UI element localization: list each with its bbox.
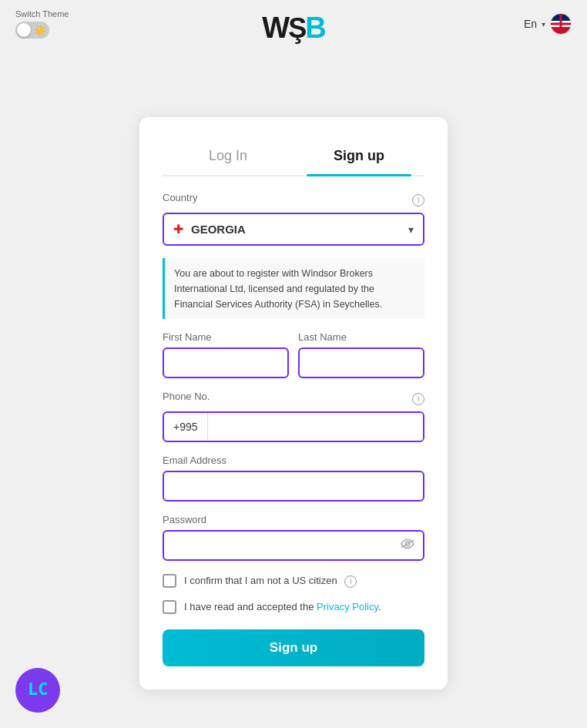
phone-input[interactable] [208, 413, 423, 441]
header: Switch Theme ☀️ WŞB En ▾ [0, 0, 587, 48]
svg-text:LC: LC [28, 679, 49, 699]
bottom-logo-text: LC [25, 675, 51, 706]
signup-button[interactable]: Sign up [163, 629, 424, 666]
password-input[interactable] [163, 530, 424, 561]
last-name-input[interactable] [298, 347, 424, 378]
privacy-policy-link[interactable]: Privacy Policy [317, 601, 378, 612]
phone-label: Phone No. [163, 391, 210, 402]
email-label: Email Address [163, 455, 424, 466]
phone-wrapper: +995 [163, 411, 424, 442]
privacy-policy-checkbox[interactable] [163, 600, 176, 614]
country-select-inner[interactable]: ✚ GEORGIA [164, 214, 423, 244]
auth-tabs: Log In Sign up [163, 140, 424, 176]
password-field-group: Password [163, 514, 424, 561]
password-wrapper [163, 530, 424, 561]
phone-info-icon[interactable]: i [412, 393, 424, 405]
toggle-knob [17, 23, 31, 37]
country-info-icon[interactable]: i [412, 194, 424, 206]
lang-label: En [524, 18, 537, 30]
flag-icon [550, 13, 572, 35]
lang-chevron: ▾ [542, 20, 545, 29]
country-field-group: Country i ✚ GEORGIA ▾ [163, 192, 424, 246]
notice-box: You are about to register with Windsor B… [163, 258, 424, 319]
email-input[interactable] [163, 471, 424, 502]
signup-card: Log In Sign up Country i ✚ GEORGIA ▾ You… [139, 117, 448, 689]
georgia-flag-icon: ✚ [173, 222, 183, 237]
privacy-policy-check-row: I have read and accepted the Privacy Pol… [163, 599, 424, 615]
bottom-logo: LC [15, 668, 60, 713]
tab-login[interactable]: Log In [163, 140, 294, 175]
email-field-group: Email Address [163, 455, 424, 502]
logo: WŞB [262, 12, 324, 45]
language-selector[interactable]: En ▾ [524, 13, 572, 35]
country-select[interactable]: ✚ GEORGIA ▾ [163, 213, 424, 246]
first-name-label: First Name [163, 331, 289, 343]
phone-label-row: Phone No. i [163, 391, 424, 407]
phone-field-group: Phone No. i +995 [163, 391, 424, 442]
last-name-label: Last Name [298, 331, 424, 343]
privacy-policy-label: I have read and accepted the Privacy Pol… [184, 599, 381, 615]
country-label: Country [163, 192, 198, 203]
country-label-row: Country i [163, 192, 424, 208]
eye-icon[interactable] [400, 538, 415, 552]
logo-separator: Ş [288, 12, 305, 45]
us-citizen-info-icon[interactable]: i [344, 575, 357, 588]
logo-text: WŞB [262, 12, 324, 45]
country-value: GEORGIA [191, 223, 395, 236]
last-name-field: Last Name [298, 331, 424, 378]
phone-prefix: +995 [164, 413, 208, 441]
first-name-input[interactable] [163, 347, 289, 378]
theme-toggle[interactable]: ☀️ [15, 22, 49, 39]
notice-text: You are about to register with Windsor B… [174, 268, 382, 310]
us-citizen-label: I confirm that I am not a US citizen i [184, 573, 357, 589]
switch-theme-area: Switch Theme ☀️ [15, 9, 69, 39]
sun-icon: ☀️ [34, 25, 46, 36]
us-citizen-check-row: I confirm that I am not a US citizen i [163, 573, 424, 589]
switch-theme-label: Switch Theme [15, 9, 69, 18]
tab-signup[interactable]: Sign up [294, 140, 424, 175]
logo-w: W [262, 12, 288, 45]
logo-b: B [305, 12, 324, 45]
name-row: First Name Last Name [163, 331, 424, 378]
first-name-field: First Name [163, 331, 289, 378]
us-citizen-checkbox[interactable] [163, 574, 176, 588]
password-label: Password [163, 514, 424, 525]
